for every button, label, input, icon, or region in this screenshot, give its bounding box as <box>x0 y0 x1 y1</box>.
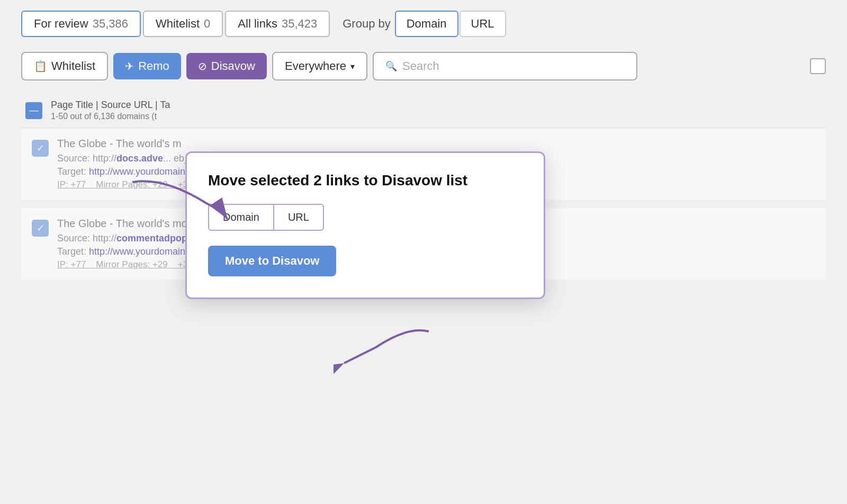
group-by-url-btn[interactable]: URL <box>459 11 506 37</box>
tab-all-links-label: All links <box>238 17 277 31</box>
tab-all-links[interactable]: All links 35,423 <box>225 11 330 37</box>
search-box: 🔍 Search <box>373 52 637 80</box>
item-title-1: The Globe - The world's m <box>57 138 815 150</box>
popup-toggle: Domain URL <box>208 204 522 231</box>
move-to-disavow-button[interactable]: Move to Disavow <box>208 246 336 276</box>
header-cols: Page Title | Source URL | Ta <box>51 100 170 111</box>
action-toolbar: 📋 Whitelist ✈ Remo ⊘ Disavow Everywhere … <box>16 52 831 80</box>
tab-for-review-count: 35,386 <box>93 17 128 31</box>
item-checkbox-2[interactable]: ✓ <box>32 220 49 237</box>
remove-icon: ✈ <box>125 60 134 73</box>
popup-overlay: Move selected 2 links to Disavow list Do… <box>185 151 545 299</box>
whitelist-icon: 📋 <box>34 60 47 73</box>
select-all-checkbox[interactable] <box>810 58 826 74</box>
header-checkbox[interactable]: — <box>25 102 42 119</box>
tab-for-review[interactable]: For review 35,386 <box>21 11 141 37</box>
check-icon-1: ✓ <box>37 142 44 154</box>
table-header: — Page Title | Source URL | Ta 1-50 out … <box>21 93 826 128</box>
popup-toggle-domain[interactable]: Domain <box>208 204 274 231</box>
main-container: For review 35,386 Whitelist 0 All links … <box>0 0 847 504</box>
popup-title: Move selected 2 links to Disavow list <box>208 172 522 189</box>
tab-for-review-label: For review <box>34 17 88 31</box>
chevron-down-icon: ▾ <box>350 61 355 71</box>
tab-bar: For review 35,386 Whitelist 0 All links … <box>16 11 831 37</box>
remove-button[interactable]: ✈ Remo <box>113 53 181 79</box>
header-sub: 1-50 out of 6,136 domains (t <box>51 112 170 121</box>
content-area: — Page Title | Source URL | Ta 1-50 out … <box>16 93 831 280</box>
whitelist-button[interactable]: 📋 Whitelist <box>21 52 108 80</box>
minus-icon: — <box>29 105 39 116</box>
disavow-icon: ⊘ <box>198 60 207 73</box>
group-by-domain-btn[interactable]: Domain <box>395 11 458 37</box>
item-source-link-1[interactable]: docs.adve <box>116 153 163 164</box>
disavow-button[interactable]: ⊘ Disavow <box>186 53 267 79</box>
item-checkbox-1[interactable]: ✓ <box>32 140 49 157</box>
tab-all-links-count: 35,423 <box>282 17 317 31</box>
arrow-annotation-2 <box>334 321 439 376</box>
tab-whitelist-count: 0 <box>204 17 210 31</box>
tab-whitelist-label: Whitelist <box>156 17 200 31</box>
everywhere-button[interactable]: Everywhere ▾ <box>272 52 367 80</box>
popup-toggle-url[interactable]: URL <box>274 204 324 231</box>
tab-whitelist[interactable]: Whitelist 0 <box>143 11 223 37</box>
group-by-label: Group by <box>343 17 391 31</box>
check-icon-2: ✓ <box>37 222 44 234</box>
search-icon: 🔍 <box>385 60 397 72</box>
